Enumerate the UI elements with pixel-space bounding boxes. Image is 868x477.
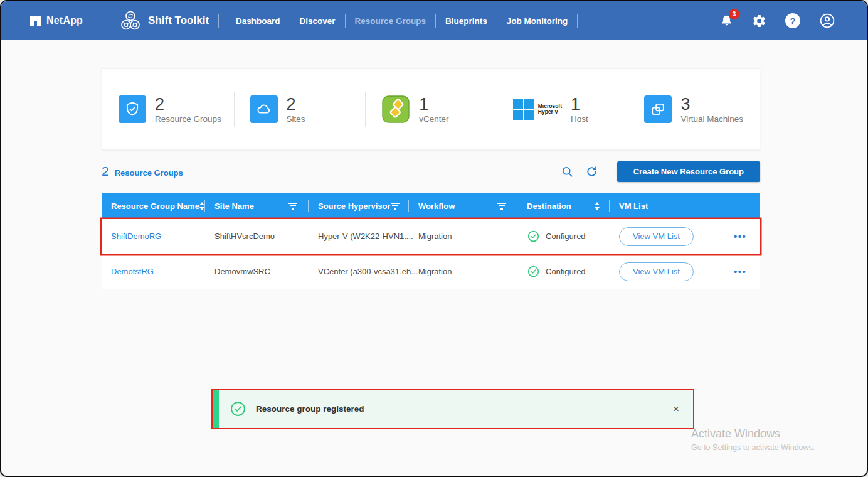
- column-header-actions: [675, 193, 760, 219]
- destination-status: Configured: [546, 232, 586, 241]
- user-menu-button[interactable]: [819, 13, 835, 29]
- column-header-site-name[interactable]: Site Name: [205, 193, 309, 219]
- site-name-cell: ShiftHVsrcDemo: [205, 232, 309, 241]
- vm-list-cell: View VM List: [610, 227, 710, 246]
- help-button[interactable]: ?: [785, 13, 800, 28]
- main-nav: Dashboard Discover Resource Groups Bluep…: [236, 14, 587, 28]
- resource-groups-section-header: 2 Resource Groups Create: [102, 159, 760, 183]
- workflow-cell: Migration: [409, 232, 517, 241]
- search-button[interactable]: [561, 165, 574, 178]
- destination-cell: Configured: [517, 265, 610, 278]
- table-row-demotstrg[interactable]: DemotstRG DemovmwSRC VCenter (a300-vcsa3…: [102, 254, 760, 289]
- toast-accent-bar: [213, 390, 219, 428]
- search-icon: [561, 165, 574, 178]
- nav-divider: [577, 14, 578, 28]
- close-icon[interactable]: ×: [673, 403, 679, 415]
- refresh-icon: [585, 165, 598, 178]
- nav-divider: [218, 14, 219, 28]
- stat-label: Sites: [287, 114, 305, 124]
- avatar-icon: [819, 13, 835, 29]
- nav-item-dashboard[interactable]: Dashboard: [236, 16, 280, 26]
- check-circle-icon: [527, 230, 540, 243]
- notifications-button[interactable]: 3: [720, 14, 733, 28]
- vcenter-icon: [381, 95, 410, 124]
- hyperv-icon: Microsoft Hyper-v: [513, 99, 562, 120]
- column-header-destination[interactable]: Destination: [517, 193, 610, 219]
- stat-value: 1: [419, 95, 448, 114]
- more-options-icon: •••: [734, 231, 746, 242]
- stat-label: Host: [571, 114, 588, 124]
- nav-item-job-monitoring[interactable]: Job Monitoring: [507, 16, 568, 26]
- sort-icon[interactable]: [199, 202, 204, 210]
- sort-icon[interactable]: [595, 202, 600, 210]
- column-header-resource-group-name[interactable]: Resource Group Name: [102, 193, 205, 219]
- filter-icon[interactable]: [497, 203, 506, 210]
- nav-item-discover[interactable]: Discover: [300, 16, 336, 26]
- destination-status: Configured: [546, 267, 586, 276]
- row-more-options-button[interactable]: •••: [710, 266, 760, 277]
- row-more-options-button[interactable]: •••: [710, 231, 760, 242]
- create-new-resource-group-button[interactable]: Create New Resource Group: [617, 161, 760, 182]
- stat-sites: 2 Sites: [234, 69, 366, 149]
- stat-value: 1: [571, 95, 588, 114]
- refresh-button[interactable]: [585, 165, 598, 178]
- stat-virtual-machines: 3 Virtual Machines: [628, 69, 760, 149]
- table-row-shiftdemorg[interactable]: ShiftDemoRG ShiftHVsrcDemo Hyper-V (W2K2…: [102, 219, 760, 254]
- watermark-subtitle: Go to Settings to activate Windows.: [691, 443, 815, 452]
- top-navbar: NetApp Shift Toolkit Dashboard Discover: [1, 1, 867, 40]
- shield-check-icon: [119, 95, 146, 123]
- resource-groups-table: Resource Group Name Site Name Source Hyp…: [102, 193, 760, 289]
- check-circle-icon: [527, 265, 540, 278]
- stat-resource-groups: 2 Resource Groups: [102, 69, 234, 149]
- destination-cell: Configured: [517, 230, 610, 243]
- source-hypervisor-cell: VCenter (a300-vcsa31.eh...: [309, 267, 409, 276]
- stat-value: 2: [287, 95, 305, 114]
- stat-host: Microsoft Hyper-v 1 Host: [497, 69, 628, 149]
- cloud-icon: [250, 95, 278, 123]
- shift-toolkit-logo[interactable]: Shift Toolkit: [119, 9, 209, 32]
- resource-group-name-link[interactable]: DemotstRG: [102, 267, 205, 276]
- workflow-cell: Migration: [409, 267, 517, 276]
- nav-item-resource-groups[interactable]: Resource Groups: [355, 16, 426, 26]
- view-vm-list-button[interactable]: View VM List: [619, 262, 694, 281]
- nav-divider: [345, 14, 346, 28]
- netapp-brand[interactable]: NetApp: [30, 15, 83, 26]
- stat-label: Virtual Machines: [680, 114, 743, 124]
- stat-label: vCenter: [419, 114, 448, 124]
- filter-icon[interactable]: [391, 203, 400, 210]
- summary-stats-card: 2 Resource Groups 2 Sites: [102, 68, 760, 150]
- nav-divider: [497, 14, 497, 28]
- view-vm-list-button[interactable]: View VM List: [619, 227, 694, 246]
- stat-label: Resource Groups: [155, 114, 221, 124]
- stat-vcenter: 1 vCenter: [365, 69, 497, 149]
- activate-windows-watermark: Activate Windows Go to Settings to activ…: [691, 427, 815, 452]
- notification-badge: 3: [729, 9, 739, 19]
- vm-list-cell: View VM List: [610, 262, 710, 281]
- stat-value: 3: [680, 95, 743, 114]
- site-name-cell: DemovmwSRC: [205, 267, 309, 276]
- filter-icon[interactable]: [288, 203, 297, 210]
- source-hypervisor-cell: Hyper-V (W2K22-HVN1....: [309, 232, 409, 241]
- nav-item-blueprints[interactable]: Blueprints: [445, 16, 487, 26]
- gear-icon: [752, 14, 766, 28]
- section-title: Resource Groups: [115, 168, 183, 178]
- app-window: NetApp Shift Toolkit Dashboard Discover: [0, 0, 868, 477]
- settings-button[interactable]: [752, 14, 766, 28]
- column-header-workflow[interactable]: Workflow: [409, 193, 517, 219]
- more-options-icon: •••: [734, 266, 746, 277]
- nav-divider: [290, 14, 290, 28]
- toast-notification: Resource group registered ×: [211, 389, 694, 429]
- vm-icon: [644, 95, 672, 123]
- navbar-actions: 3 ?: [720, 13, 835, 29]
- shift-toolkit-icon: [119, 9, 142, 32]
- stat-value: 2: [155, 95, 221, 114]
- app-title: Shift Toolkit: [148, 14, 209, 27]
- help-icon: ?: [785, 13, 800, 28]
- column-header-source-hypervisor[interactable]: Source Hypervisor: [309, 193, 409, 219]
- brand-name: NetApp: [46, 15, 83, 26]
- nav-divider: [435, 14, 436, 28]
- check-circle-icon: [230, 400, 246, 417]
- resource-group-name-link[interactable]: ShiftDemoRG: [102, 232, 205, 241]
- column-header-vm-list[interactable]: VM List: [610, 193, 675, 219]
- watermark-title: Activate Windows: [691, 427, 815, 441]
